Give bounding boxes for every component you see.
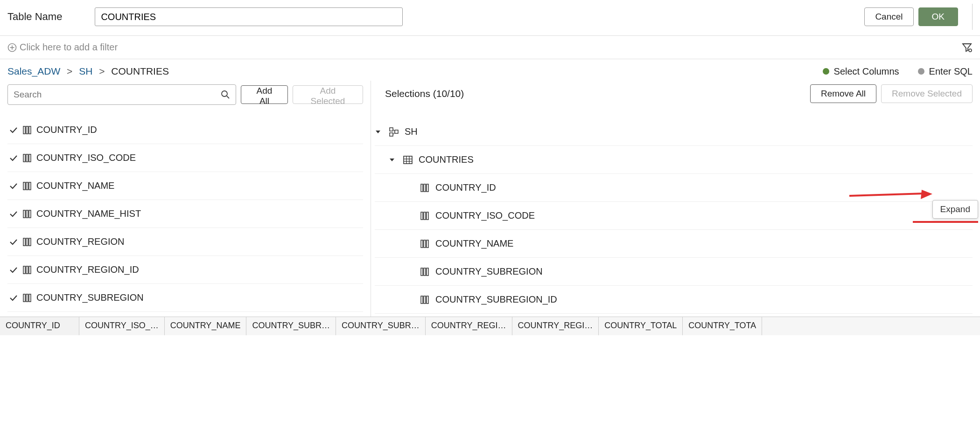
svg-rect-53 [421,296,423,304]
add-selected-button: Add Selected [293,85,363,104]
check-icon [7,265,20,275]
column-tab[interactable]: COUNTRY_ID [0,317,79,335]
selected-columns: SH COUNTRIES COUNTRY_IDCOUNTRY_ISO_CODEC… [371,111,980,317]
breadcrumb-sh[interactable]: SH [79,66,92,76]
left-actions: Add All Add Selected [0,81,371,111]
available-columns: COUNTRY_IDCOUNTRY_ISO_CODECOUNTRY_NAMECO… [0,111,371,317]
svg-rect-51 [424,268,426,276]
svg-rect-28 [23,294,25,302]
selected-column-row[interactable]: COUNTRY_ID [375,174,973,202]
plus-circle-icon [7,43,17,52]
column-name: COUNTRY_SUBREGION_ID [435,294,557,305]
svg-rect-15 [29,154,31,162]
svg-rect-47 [421,240,423,248]
available-column-row[interactable]: COUNTRY_NAME_HIST [7,200,363,228]
svg-rect-27 [29,266,31,274]
breadcrumb-sales-adw[interactable]: Sales_ADW [7,66,60,76]
svg-rect-31 [390,128,393,131]
svg-rect-18 [29,182,31,190]
add-all-button[interactable]: Add All [241,85,288,104]
schema-icon [388,127,400,137]
available-column-row[interactable]: COUNTRY_REGION_ID [7,256,363,284]
cancel-button[interactable]: Cancel [864,7,913,26]
column-tab[interactable]: COUNTRY_TOTA [683,317,762,335]
svg-rect-32 [390,133,393,136]
check-icon [7,237,20,247]
svg-rect-13 [23,154,25,162]
available-column-row[interactable]: COUNTRY_ISO_CODE [7,144,363,172]
column-tab[interactable]: COUNTRY_SUBR… [336,317,426,335]
column-tab[interactable]: COUNTRY_REGI… [512,317,599,335]
table-name-input[interactable] [95,7,403,26]
remove-all-button[interactable]: Remove All [810,84,876,103]
column-tab[interactable]: COUNTRY_TOTAL [599,317,683,335]
tree-schema-row[interactable]: SH [375,118,973,146]
collapse-icon[interactable] [375,129,383,135]
check-icon [7,209,20,219]
svg-rect-21 [29,210,31,218]
column-tab[interactable]: COUNTRY_REGI… [426,317,512,335]
schema-label: SH [405,126,418,137]
svg-rect-17 [26,182,28,190]
column-name: COUNTRY_NAME [435,238,513,249]
svg-rect-25 [23,266,25,274]
column-tabs: COUNTRY_IDCOUNTRY_ISO_…COUNTRY_NAMECOUNT… [0,317,980,335]
column-name: COUNTRY_NAME [36,180,114,191]
breadcrumb: Sales_ADW > SH > COUNTRIES [7,66,169,77]
column-tab[interactable]: COUNTRY_ISO_… [79,317,165,335]
selected-column-row[interactable]: COUNTRY_SUBREGION_ID [375,286,973,314]
column-name: COUNTRY_ID [435,182,496,193]
svg-rect-11 [26,126,28,134]
column-tab[interactable]: COUNTRY_SUBR… [246,317,336,335]
available-column-row[interactable]: COUNTRY_NAME [7,172,363,200]
selected-column-row[interactable]: COUNTRY_ISO_CODE [375,202,973,230]
selected-column-row[interactable]: COUNTRY_NAME [375,230,973,258]
column-name: COUNTRY_ID [36,124,97,135]
mode-enter-sql[interactable]: Enter SQL [918,66,973,77]
filter-settings-icon[interactable] [961,42,973,53]
mode-select-columns[interactable]: Select Columns [823,66,899,77]
check-icon [7,125,20,135]
svg-rect-19 [23,210,25,218]
breadcrumb-current: COUNTRIES [111,66,169,76]
column-icon [419,295,431,304]
column-icon [21,125,34,135]
column-icon [21,265,34,275]
column-icon [21,181,34,191]
svg-rect-41 [421,184,423,192]
search-box[interactable] [7,84,236,105]
filter-bar[interactable]: Click here to add a filter [0,36,980,59]
svg-rect-50 [421,268,423,276]
svg-rect-26 [26,266,28,274]
column-name: COUNTRY_ISO_CODE [36,152,136,163]
svg-rect-48 [424,240,426,248]
column-icon [419,183,431,193]
column-icon [419,267,431,276]
table-icon [402,155,414,165]
search-input[interactable] [14,90,221,100]
svg-rect-23 [26,238,28,246]
ok-button[interactable]: OK [918,7,958,26]
svg-rect-24 [29,238,31,246]
svg-rect-42 [424,184,426,192]
selections-title: Selections (10/10) [385,88,464,99]
available-column-row[interactable]: COUNTRY_SUBREGION [7,284,363,312]
column-icon [21,293,34,303]
remove-selected-button: Remove Selected [881,84,973,103]
table-label: COUNTRIES [419,154,474,165]
column-name: COUNTRY_ISO_CODE [435,210,535,221]
available-column-row[interactable]: COUNTRY_REGION [7,228,363,256]
svg-rect-29 [26,294,28,302]
tree-table-row[interactable]: COUNTRIES [375,146,973,174]
column-panes: COUNTRY_IDCOUNTRY_ISO_CODECOUNTRY_NAMECO… [0,111,980,317]
selected-column-row[interactable]: COUNTRY_SUBREGION [375,258,973,286]
available-column-row[interactable]: COUNTRY_ID [7,116,363,144]
svg-rect-55 [427,296,428,304]
column-tab[interactable]: COUNTRY_NAME [165,317,247,335]
check-icon [7,181,20,191]
collapse-icon[interactable] [389,157,397,163]
svg-rect-43 [427,184,428,192]
column-icon [21,209,34,219]
svg-line-9 [227,96,229,98]
column-icon [419,211,431,221]
